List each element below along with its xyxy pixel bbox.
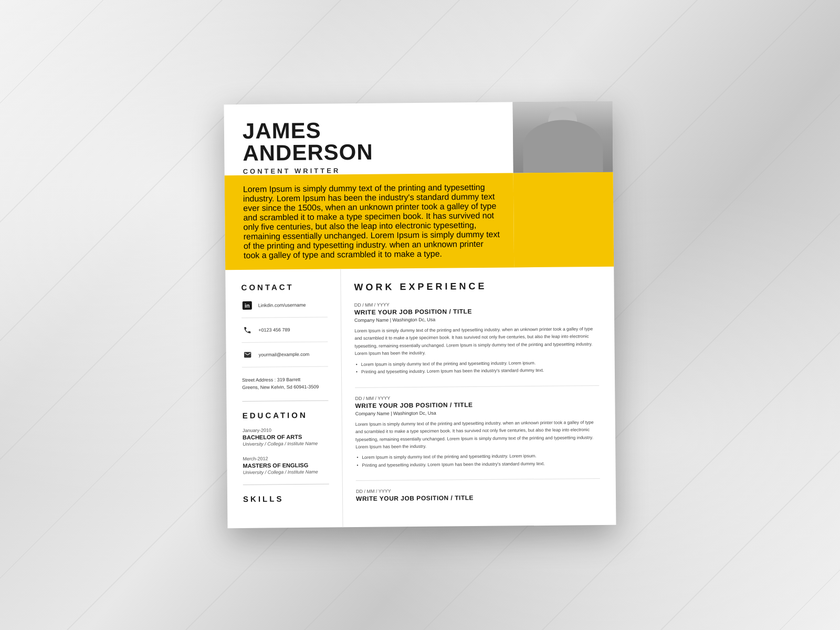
linkedin-item: in Linkdin.com/username: [242, 299, 328, 318]
person-name: JAMES ANDERSON: [243, 118, 498, 164]
skills-section: SKILLS: [243, 494, 329, 503]
header-text-area: JAMES ANDERSON CONTENT WRITTER: [224, 102, 513, 176]
work-item-1: DD / MM / YYYY WRITE YOUR JOB POSITION /…: [354, 300, 599, 376]
linkedin-text: Linkdin.com/username: [258, 302, 306, 308]
phone-text: +0123 456 789: [258, 328, 290, 333]
email-item: yourmail@example.com: [242, 349, 328, 368]
bio-text: Lorem Ipsum is simply dummy text of the …: [225, 173, 514, 270]
work-desc-2: Lorem Ipsum is simply dummy text of the …: [355, 418, 600, 451]
work-divider-2: [356, 479, 600, 481]
email-icon: [242, 349, 254, 361]
edu-item-1: January-2010 BACHELOR OF ARTS University…: [243, 427, 329, 447]
edu-item-2: Merch-2012 MASTERS OF ENGLISG University…: [243, 456, 329, 475]
edu-institution-2: University / Collega / Institute Name: [243, 469, 329, 475]
work-desc-1: Lorem Ipsum is simply dummy text of the …: [354, 325, 598, 358]
work-title-3: WRITE YOUR JOB POSITION / TITLE: [356, 494, 600, 503]
work-bullet-1b: Printing and typesetting industry. Lorem…: [355, 366, 599, 376]
edu-degree-1: BACHELOR OF ARTS: [243, 434, 329, 440]
left-column: CONTACT in Linkdin.com/username +0123 45…: [225, 269, 343, 529]
work-company-2: Company Name | Washington Dc, Usa: [355, 409, 600, 416]
divider-contact-edu: [242, 401, 328, 402]
edu-date-2: Merch-2012: [243, 456, 329, 461]
skills-section-title: SKILLS: [243, 494, 329, 503]
resume-body: CONTACT in Linkdin.com/username +0123 45…: [225, 267, 616, 529]
edu-degree-2: MASTERS OF ENGLISG: [243, 462, 329, 469]
right-column: WORK EXPERIENCE DD / MM / YYYY WRITE YOU…: [341, 267, 616, 528]
phone-icon: [242, 324, 253, 336]
work-bullet-2b: Printing and typesetting industry. Lorem…: [355, 459, 600, 469]
divider-edu-skills: [243, 484, 329, 485]
work-section-title: WORK EXPERIENCE: [354, 280, 598, 293]
work-divider-1: [355, 385, 599, 388]
bio-photo-accent: [513, 172, 614, 268]
email-text: yourmail@example.com: [259, 352, 310, 358]
work-company-1: Company Name | Washington Dc, Usa: [354, 316, 598, 323]
contact-section: CONTACT in Linkdin.com/username +0123 45…: [241, 282, 328, 392]
contact-section-title: CONTACT: [241, 282, 327, 292]
edu-institution-1: University / Collega / Institute Name: [243, 441, 329, 447]
work-item-2: DD / MM / YYYY WRITE YOUR JOB POSITION /…: [355, 394, 600, 469]
phone-item: +0123 456 789: [242, 324, 328, 343]
education-section-title: EDUCATION: [243, 411, 329, 420]
address-block: Street Address : 319 Barrett Greens, New…: [242, 373, 328, 392]
work-item-3: DD / MM / YYYY WRITE YOUR JOB POSITION /…: [356, 487, 600, 503]
profile-photo: [512, 101, 613, 173]
education-section: EDUCATION January-2010 BACHELOR OF ARTS …: [243, 411, 329, 475]
work-title-2: WRITE YOUR JOB POSITION / TITLE: [355, 400, 599, 410]
edu-date-1: January-2010: [243, 427, 329, 433]
header-section: JAMES ANDERSON CONTENT WRITTER: [224, 101, 613, 175]
bio-section: Lorem Ipsum is simply dummy text of the …: [225, 172, 614, 270]
work-title-1: WRITE YOUR JOB POSITION / TITLE: [354, 307, 598, 316]
linkedin-icon: in: [242, 300, 253, 311]
resume-document: JAMES ANDERSON CONTENT WRITTER Lorem Ips…: [224, 101, 616, 529]
